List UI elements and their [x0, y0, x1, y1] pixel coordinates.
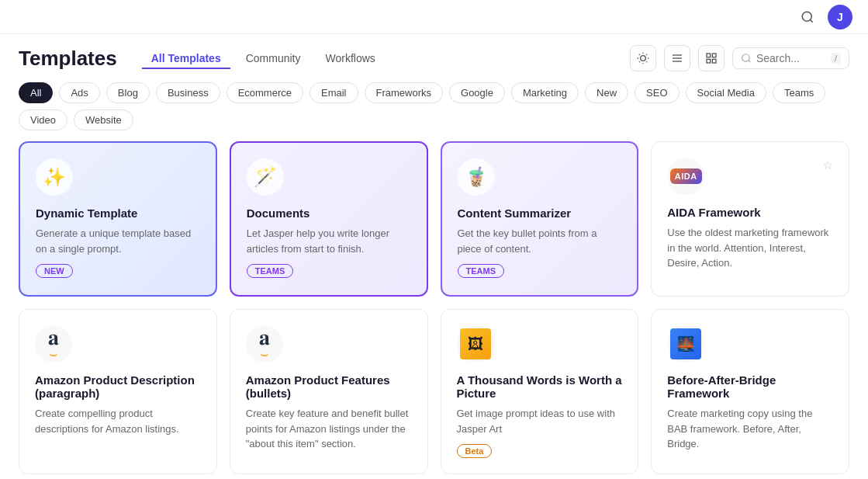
filter-chip-video[interactable]: Video — [19, 109, 67, 130]
filter-chip-social-media[interactable]: Social Media — [686, 82, 766, 103]
tab-community[interactable]: Community — [237, 47, 310, 69]
filter-chip-seo[interactable]: SEO — [635, 82, 679, 103]
card-bab-framework[interactable]: 🌉 Before-After-Bridge Framework Create m… — [651, 309, 849, 474]
card-desc-bab: Create marketing copy using the BAB fram… — [667, 406, 833, 452]
search-icon[interactable] — [797, 6, 818, 28]
svg-point-0 — [802, 12, 811, 21]
card-desc-thousand-words: Get image prompt ideas to use with Jaspe… — [457, 406, 623, 436]
amazon-arrow-2: ⌣ — [259, 346, 270, 363]
image-icon: 🖼 — [460, 328, 491, 359]
card-icon-thousand-words: 🖼 — [457, 325, 494, 363]
card-aida-framework[interactable]: AIDA ☆ AIDA Framework Use the oldest mar… — [651, 141, 849, 297]
aida-logo: AIDA — [670, 168, 702, 184]
card-icon-documents: 🪄 — [247, 158, 284, 196]
svg-point-2 — [641, 56, 646, 61]
filter-bar: All Ads Blog Business Ecommerce Email Fr… — [0, 71, 868, 141]
card-thousand-words[interactable]: 🖼 A Thousand Words is Worth a Picture Ge… — [441, 309, 639, 474]
card-title-amazon-description: Amazon Product Description (paragraph) — [35, 373, 201, 400]
card-amazon-features[interactable]: 𝐚 ⌣ Amazon Product Features (bullets) Cr… — [230, 309, 428, 474]
card-title-aida: AIDA Framework — [667, 206, 833, 219]
filter-chip-all[interactable]: All — [19, 82, 53, 103]
tab-all-templates[interactable]: All Templates — [142, 47, 230, 69]
card-desc-dynamic-template: Generate a unique template based on a si… — [36, 226, 200, 256]
tab-workflows[interactable]: Workflows — [316, 47, 384, 69]
svg-line-10 — [646, 54, 647, 55]
header-right: / — [630, 45, 849, 71]
badge-teams-content-summarizer: TEAMS — [458, 264, 505, 278]
card-content-summarizer[interactable]: 🧋 Content Summarizer Get the key bullet … — [441, 141, 639, 297]
card-desc-documents: Let Jasper help you write longer article… — [247, 226, 411, 256]
svg-line-19 — [749, 61, 751, 63]
theme-toggle-button[interactable] — [630, 45, 656, 71]
svg-line-5 — [639, 54, 640, 55]
svg-rect-15 — [712, 54, 716, 57]
filter-chip-website[interactable]: Website — [74, 109, 133, 130]
card-title-dynamic-template: Dynamic Template — [36, 207, 200, 220]
svg-line-1 — [810, 19, 812, 22]
card-icon-amazon-description: 𝐚 ⌣ — [35, 325, 72, 363]
card-title-thousand-words: A Thousand Words is Worth a Picture — [457, 373, 623, 400]
svg-rect-16 — [707, 59, 711, 63]
amazon-arrow-1: ⌣ — [48, 346, 59, 363]
badge-teams-documents: TEAMS — [247, 264, 294, 278]
search-input[interactable] — [756, 52, 826, 64]
filter-chip-teams[interactable]: Teams — [773, 82, 825, 103]
svg-line-9 — [639, 61, 640, 62]
page-title: Templates — [19, 47, 117, 71]
card-title-documents: Documents — [247, 207, 411, 220]
card-icon-bab: 🌉 — [667, 325, 704, 363]
list-view-button[interactable] — [664, 45, 690, 71]
filter-chip-frameworks[interactable]: Frameworks — [365, 82, 444, 103]
badge-new-dynamic-template: NEW — [36, 264, 73, 278]
badge-beta-thousand-words: Beta — [457, 444, 493, 458]
filter-chip-ads[interactable]: Ads — [59, 82, 99, 103]
filter-chip-email[interactable]: Email — [310, 82, 358, 103]
svg-rect-17 — [712, 59, 716, 63]
cards-grid: ✨ Dynamic Template Generate a unique tem… — [0, 141, 868, 479]
svg-point-18 — [742, 54, 749, 61]
card-desc-amazon-description: Create compelling product descriptions f… — [35, 406, 201, 436]
search-box[interactable]: / — [732, 47, 849, 69]
svg-line-6 — [646, 61, 647, 62]
card-amazon-description[interactable]: 𝐚 ⌣ Amazon Product Description (paragrap… — [19, 309, 217, 474]
card-desc-aida: Use the oldest marketing framework in th… — [667, 225, 833, 271]
card-icon-dynamic-template: ✨ — [36, 158, 73, 196]
filter-chip-marketing[interactable]: Marketing — [511, 82, 579, 103]
card-dynamic-template[interactable]: ✨ Dynamic Template Generate a unique tem… — [19, 141, 217, 297]
card-title-bab: Before-After-Bridge Framework — [667, 373, 833, 400]
filter-chip-business[interactable]: Business — [156, 82, 220, 103]
svg-rect-14 — [707, 54, 711, 57]
card-icon-amazon-features: 𝐚 ⌣ — [246, 325, 283, 363]
filter-chip-new[interactable]: New — [585, 82, 628, 103]
filter-chip-blog[interactable]: Blog — [106, 82, 150, 103]
bab-logo: 🌉 — [670, 328, 701, 359]
grid-view-button[interactable] — [698, 45, 724, 71]
top-bar-icons: J — [797, 5, 852, 30]
avatar[interactable]: J — [828, 5, 852, 30]
card-desc-content-summarizer: Get the key bullet points from a piece o… — [458, 226, 622, 256]
top-bar: J — [0, 0, 868, 34]
card-icon-content-summarizer: 🧋 — [458, 158, 495, 196]
card-title-amazon-features: Amazon Product Features (bullets) — [246, 373, 412, 400]
nav-tabs: All Templates Community Workflows — [142, 47, 385, 69]
star-icon-aida[interactable]: ☆ — [822, 158, 833, 172]
filter-chip-google[interactable]: Google — [449, 82, 505, 103]
filter-chip-ecommerce[interactable]: Ecommerce — [227, 82, 303, 103]
card-desc-amazon-features: Create key feature and benefit bullet po… — [246, 406, 412, 452]
search-shortcut: / — [831, 53, 841, 64]
card-icon-aida: AIDA — [667, 158, 704, 195]
card-title-content-summarizer: Content Summarizer — [458, 207, 622, 220]
card-documents[interactable]: 🪄 Documents Let Jasper help you write lo… — [230, 141, 428, 297]
card-header-aida: AIDA ☆ — [667, 158, 833, 206]
header: Templates All Templates Community Workfl… — [0, 34, 868, 71]
